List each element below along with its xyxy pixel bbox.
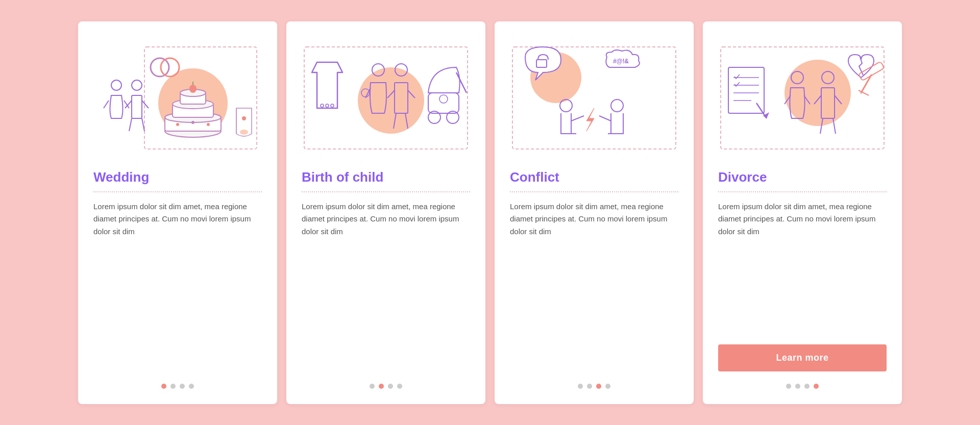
svg-point-56 xyxy=(785,60,851,126)
svg-line-74 xyxy=(859,90,869,95)
svg-rect-21 xyxy=(132,95,142,118)
conflict-illustration: #@!& xyxy=(510,37,678,159)
card-conflict: #@!& xyxy=(495,21,694,404)
birth-title: Birth of child xyxy=(302,169,470,185)
birth-text: Lorem ipsum dolor sit dim amet, mea regi… xyxy=(302,201,470,371)
divorce-title: Divorce xyxy=(718,169,887,185)
svg-point-30 xyxy=(321,104,324,107)
wedding-dots xyxy=(93,384,262,389)
svg-line-23 xyxy=(142,101,149,108)
dot-3 xyxy=(180,384,185,389)
card-birth-of-child: Birth of child Lorem ipsum dolor sit dim… xyxy=(286,21,485,404)
wedding-title: Wedding xyxy=(93,169,262,185)
svg-point-12 xyxy=(189,85,197,93)
wedding-text: Lorem ipsum dolor sit dim amet, mea regi… xyxy=(93,201,262,371)
svg-line-25 xyxy=(142,118,144,131)
svg-point-53 xyxy=(611,99,623,112)
card-wedding: Wedding Lorem ipsum dolor sit dim amet, … xyxy=(78,21,277,404)
dot-1 xyxy=(161,384,166,389)
svg-point-26 xyxy=(151,58,169,77)
dot-2 xyxy=(170,384,176,389)
svg-point-51 xyxy=(560,99,572,112)
dot-1 xyxy=(786,384,791,389)
divorce-divider xyxy=(718,191,887,192)
svg-point-46 xyxy=(439,95,448,103)
dot-3 xyxy=(596,384,601,389)
svg-line-73 xyxy=(861,75,871,93)
dot-1 xyxy=(578,384,583,389)
divorce-svg xyxy=(718,42,887,154)
svg-point-16 xyxy=(242,116,246,120)
dot-2 xyxy=(795,384,800,389)
svg-point-15 xyxy=(240,130,248,135)
svg-point-10 xyxy=(191,121,194,124)
svg-line-24 xyxy=(129,118,132,131)
svg-point-32 xyxy=(331,104,334,107)
card-divorce: Divorce Lorem ipsum dolor sit dim amet, … xyxy=(703,21,902,404)
divorce-dots xyxy=(718,384,887,389)
conflict-dots xyxy=(510,384,678,389)
svg-line-54 xyxy=(599,116,611,121)
svg-line-18 xyxy=(104,101,109,108)
svg-point-9 xyxy=(176,123,179,126)
dot-4 xyxy=(605,384,610,389)
conflict-text: Lorem ipsum dolor sit dim amet, mea regi… xyxy=(510,201,678,371)
dot-4 xyxy=(189,384,194,389)
svg-line-43 xyxy=(456,72,467,93)
dot-2 xyxy=(587,384,592,389)
dot-3 xyxy=(388,384,393,389)
birth-dots xyxy=(302,384,470,389)
dot-4 xyxy=(397,384,402,389)
divorce-text: Lorem ipsum dolor sit dim amet, mea regi… xyxy=(718,201,887,336)
conflict-svg: #@!& xyxy=(510,42,678,154)
cards-container: Wedding Lorem ipsum dolor sit dim amet, … xyxy=(58,1,922,424)
birth-divider xyxy=(302,191,470,192)
svg-point-11 xyxy=(207,123,210,126)
svg-point-31 xyxy=(326,104,329,107)
wedding-divider xyxy=(93,191,262,192)
birth-illustration xyxy=(302,37,470,159)
dot-2 xyxy=(379,384,384,389)
divorce-illustration xyxy=(718,37,887,159)
learn-more-button[interactable]: Learn more xyxy=(718,344,887,371)
svg-text:#@!&: #@!& xyxy=(613,58,629,65)
conflict-title: Conflict xyxy=(510,169,678,185)
svg-point-20 xyxy=(132,80,142,90)
dot-1 xyxy=(370,384,375,389)
wedding-svg xyxy=(93,42,262,154)
svg-point-29 xyxy=(358,67,424,134)
conflict-divider xyxy=(510,191,678,192)
svg-point-17 xyxy=(111,80,121,90)
dot-3 xyxy=(804,384,810,389)
svg-rect-72 xyxy=(859,61,885,81)
birth-svg xyxy=(302,42,470,154)
svg-point-27 xyxy=(161,58,179,77)
wedding-illustration xyxy=(93,37,262,159)
svg-line-52 xyxy=(571,116,584,121)
dot-4 xyxy=(814,384,819,389)
